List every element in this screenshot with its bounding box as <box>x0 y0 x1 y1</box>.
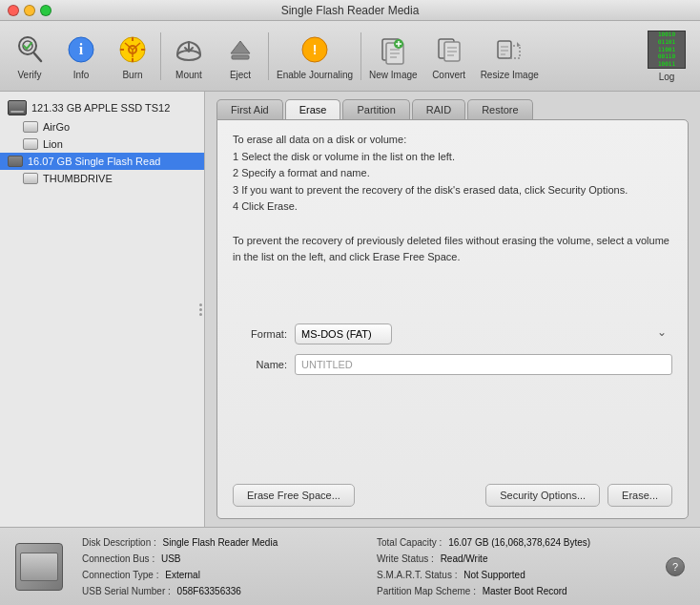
burn-icon <box>115 32 150 67</box>
partition-map-row: Partition Map Scheme : Master Boot Recor… <box>377 583 643 599</box>
eject-icon <box>223 32 257 67</box>
format-select[interactable]: MS-DOS (FAT) <box>295 323 392 344</box>
svg-marker-12 <box>231 41 250 53</box>
toolbar-convert[interactable]: Convert <box>423 29 475 84</box>
sidebar-item-flash[interactable]: 16.07 GB Single Flash Read <box>0 153 204 170</box>
smart-status-row: S.M.A.R.T. Status : Not Supported <box>377 567 643 583</box>
toolbar-info[interactable]: i Info <box>55 29 107 84</box>
burn-label: Burn <box>122 70 142 80</box>
sidebar-item-thumbdrive[interactable]: THUMBDRIVE <box>0 170 204 187</box>
minimize-button[interactable] <box>24 5 35 16</box>
sidebar-item-ssd[interactable]: 121.33 GB APPLE SSD TS12 <box>0 97 204 118</box>
window-controls[interactable] <box>8 5 51 16</box>
disk-icon-thumbdrive <box>23 173 38 184</box>
erase-button[interactable]: Erase... <box>607 484 672 507</box>
svg-rect-13 <box>232 55 249 59</box>
tab-bar: First Aid Erase Partition RAID Restore <box>216 99 689 119</box>
security-options-button[interactable]: Security Options... <box>485 484 600 507</box>
drive-icon-flash <box>8 156 23 167</box>
toolbar-new-image[interactable]: New Image <box>363 29 423 84</box>
usb-serial-val: 058F63356336 <box>177 583 241 599</box>
svg-text:!: ! <box>313 42 318 57</box>
sidebar-label-thumbdrive: THUMBDRIVE <box>43 173 113 184</box>
toolbar-verify[interactable]: Verify <box>4 29 55 84</box>
toolbar-log[interactable]: 1001001101110010011010011 Log <box>641 27 692 86</box>
partition-map-val: Master Boot Record <box>483 583 567 599</box>
panel-area: First Aid Erase Partition RAID Restore T… <box>205 92 700 527</box>
disk-icon-airgo <box>23 121 38 133</box>
mount-icon <box>172 32 206 67</box>
total-capacity-val: 16.07 GB (16,068,378,624 Bytes) <box>448 534 590 551</box>
disk-icon-lion <box>23 138 38 150</box>
journal-icon: ! <box>298 32 332 67</box>
new-image-label: New Image <box>369 70 418 80</box>
connection-type-key: Connection Type : <box>82 567 158 583</box>
connection-bus-key: Connection Bus : <box>82 551 154 567</box>
tab-erase[interactable]: Erase <box>285 99 341 119</box>
enable-journaling-label: Enable Journaling <box>277 70 353 80</box>
help-button[interactable]: ? <box>666 557 685 576</box>
toolbar-enable-journaling[interactable]: ! Enable Journaling <box>271 29 359 84</box>
tab-partition[interactable]: Partition <box>342 99 409 119</box>
disk-description-row: Disk Description : Single Flash Reader M… <box>82 534 348 551</box>
sidebar-item-lion[interactable]: Lion <box>0 136 204 153</box>
sidebar-resize-handle[interactable] <box>196 295 204 323</box>
disk-description-val: Single Flash Reader Media <box>163 534 278 551</box>
svg-line-2 <box>34 53 41 61</box>
erase-form: Format: MS-DOS (FAT) Name: <box>233 323 672 375</box>
connection-bus-val: USB <box>161 551 181 567</box>
panel-buttons: Erase Free Space... Security Options... … <box>233 484 672 507</box>
toolbar-mount[interactable]: Mount <box>163 29 215 84</box>
svg-point-0 <box>19 37 36 54</box>
erase-instructions: To erase all data on a disk or volume: 1… <box>233 132 672 266</box>
new-image-icon <box>376 32 410 67</box>
sep-3 <box>360 32 361 80</box>
tab-first-aid[interactable]: First Aid <box>216 99 283 119</box>
info-right: Total Capacity : 16.07 GB (16,068,378,62… <box>377 534 643 599</box>
tab-raid[interactable]: RAID <box>412 99 465 119</box>
connection-type-val: External <box>165 567 200 583</box>
convert-label: Convert <box>432 70 465 80</box>
format-label: Format: <box>233 328 295 340</box>
info-label: Info <box>73 70 90 80</box>
eject-label: Eject <box>230 70 251 80</box>
write-status-val: Read/Write <box>441 551 488 567</box>
sidebar: 121.33 GB APPLE SSD TS12 AirGo Lion 16.0… <box>0 92 205 527</box>
mount-label: Mount <box>175 70 202 80</box>
toolbar-burn[interactable]: Burn <box>107 29 158 84</box>
sidebar-item-airgo[interactable]: AirGo <box>0 118 204 136</box>
total-capacity-key: Total Capacity : <box>377 534 442 551</box>
connection-bus-row: Connection Bus : USB <box>82 551 348 567</box>
sidebar-label-ssd: 121.33 GB APPLE SSD TS12 <box>31 102 170 114</box>
erase-free-space-button[interactable]: Erase Free Space... <box>233 484 355 507</box>
btn-left-group: Erase Free Space... <box>233 484 355 507</box>
sidebar-label-flash: 16.07 GB Single Flash Read <box>28 156 160 167</box>
close-button[interactable] <box>8 5 19 16</box>
toolbar-resize-image[interactable]: Resize Image <box>475 29 545 84</box>
info-left: Disk Description : Single Flash Reader M… <box>82 534 348 599</box>
window-title: Single Flash Reader Media <box>281 4 420 17</box>
verify-icon <box>12 32 47 67</box>
titlebar: Single Flash Reader Media <box>0 0 700 21</box>
write-status-row: Write Status : Read/Write <box>377 551 643 567</box>
toolbar: Verify i Info Burn <box>0 21 700 92</box>
sidebar-label-airgo: AirGo <box>43 121 70 133</box>
main-content: 121.33 GB APPLE SSD TS12 AirGo Lion 16.0… <box>0 92 700 527</box>
resize-image-icon <box>492 32 526 67</box>
log-icon: 1001001101110010011010011 <box>648 31 686 69</box>
name-input[interactable] <box>295 354 672 375</box>
smart-status-key: S.M.A.R.T. Status : <box>377 567 457 583</box>
disk-thumb-inner <box>20 553 58 581</box>
maximize-button[interactable] <box>40 5 51 16</box>
tab-restore[interactable]: Restore <box>467 99 533 119</box>
disk-thumbnail <box>15 543 63 591</box>
svg-text:i: i <box>79 41 84 57</box>
partition-map-key: Partition Map Scheme : <box>377 583 476 599</box>
log-label: Log <box>659 72 675 82</box>
write-status-key: Write Status : <box>377 551 434 567</box>
disk-description-key: Disk Description : <box>82 534 156 551</box>
format-select-wrapper: MS-DOS (FAT) <box>295 323 672 344</box>
total-capacity-row: Total Capacity : 16.07 GB (16,068,378,62… <box>377 534 643 551</box>
toolbar-eject[interactable]: Eject <box>215 29 266 84</box>
btn-right-group: Security Options... Erase... <box>485 484 672 507</box>
